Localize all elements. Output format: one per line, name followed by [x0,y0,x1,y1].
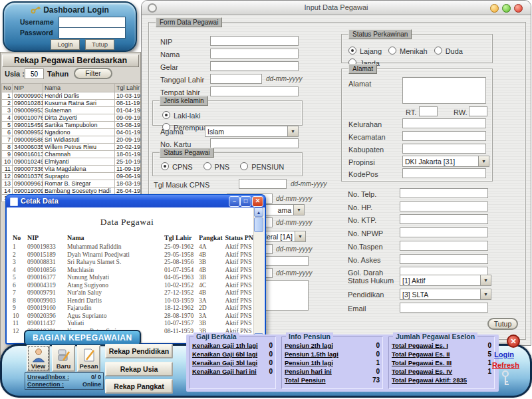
stat-item[interactable]: Kenaikan Gaji hari ini0 [192,367,273,376]
table-row[interactable]: 1090009903Hendri Darlis10-03-1959 [2,92,142,100]
stat-item[interactable]: Pensiun 2th lagi0 [285,341,380,350]
table-row[interactable]: 5090015459Sartika Tampubolon03-08-1959 [2,122,142,129]
table-row[interactable]: 2090010281Kusuma Ratna Sari08-11-1959 [2,100,142,107]
kelurahan-input[interactable] [402,118,486,128]
minimize-icon[interactable]: – [229,196,240,207]
view-button[interactable]: View [27,345,50,372]
rw-input[interactable] [469,106,487,116]
alamat-input[interactable] [402,77,486,104]
table-row[interactable]: 7090009588Sri Widiastuti20-09-1959 [2,136,142,144]
table-row[interactable]: 10090010249Elmiyanti25-10-1959 [2,158,142,166]
col-no[interactable]: No [2,84,13,92]
status-hukum-select[interactable]: [1] Aktif ▼ [400,275,491,286]
col-nama[interactable]: Nama [43,84,115,92]
stat-item[interactable]: Kenaikan Gaji 1th lagi0 [192,341,273,350]
scroll-thumb[interactable] [254,217,263,232]
col-tgl-lahir[interactable]: Tgl Lahir [115,84,142,92]
tgl-masuk-cpns-input[interactable] [239,179,287,189]
chevron-down-icon[interactable]: ▼ [478,156,489,166]
stat-item[interactable]: Pensiun 1th lagi1 [285,358,380,367]
usia-input[interactable] [25,68,44,79]
col-nip[interactable]: NIP [13,84,43,92]
agama-select[interactable]: Islam ▼ [205,126,299,137]
scrollbar[interactable]: ▲ ▼ [253,207,264,342]
maximize-button[interactable] [502,4,511,13]
chevron-down-icon[interactable]: ▼ [293,205,304,215]
stat-item[interactable]: Total Pegawai Es. II5 [392,350,491,358]
table-row[interactable]: 7090009791Nur'ain Saluy27-12-19524BAktif… [11,289,259,297]
chevron-down-icon[interactable]: ▼ [295,231,305,241]
close-button[interactable] [514,4,523,13]
tanggal-lahir-input[interactable] [210,74,262,84]
minimize-button[interactable] [490,4,499,13]
tempat-lahir-input[interactable] [210,86,299,96]
radio-menikah[interactable]: Menikah [388,45,428,57]
cetak-titlebar[interactable]: Cetak Data – □ ✕ [6,195,265,207]
chevron-down-icon[interactable]: ▼ [480,289,491,299]
radio-pensiun[interactable]: PENSIUN [240,160,284,172]
table-row[interactable]: 1090019833Muhammad Rafiddin25-09-19624AA… [11,243,259,251]
password-input[interactable] [59,27,126,39]
kodepos-input[interactable] [402,168,486,178]
gelar-input[interactable] [210,61,299,71]
rt-input[interactable] [419,106,438,116]
exit-icon[interactable]: ✕ [507,334,520,348]
radio-duda[interactable]: Duda [434,45,463,57]
no-telp-input[interactable] [400,188,488,198]
scroll-up-icon[interactable]: ▲ [254,207,263,217]
table-row[interactable]: 11090011437Yuliati10-07-19573BAktif PNS [11,320,259,328]
no-npwp-input[interactable] [400,227,488,237]
table-row[interactable]: 6090004319Atang Sugiyono10-02-19524CAkti… [11,282,259,290]
stat-item[interactable]: Pensiun 1.5th lagi0 [285,350,380,358]
table-row[interactable]: 5090016377Nunung Mulyati04-05-19633BAkti… [11,274,259,282]
kabupaten-input[interactable] [402,144,486,154]
table-row[interactable]: 11090007336Vita Magdalena11-09-1959 [2,166,142,173]
radio-pns[interactable]: PNS [203,160,230,172]
table-row[interactable]: 2090015189Dyah Winarni Poedjwati29-05-19… [11,251,259,259]
username-input[interactable] [59,17,126,28]
stat-item[interactable]: Total Pegawai Aktif: 2835 [392,376,491,384]
login-tutup-button[interactable]: Tutup [85,39,114,50]
table-row[interactable]: 14090019009Bambang Soesetyo Hadi26-04-19… [2,188,142,195]
table-row[interactable]: 8090009903Hendri Darlis10-03-19593AAktif… [11,297,259,305]
window-titlebar[interactable]: Input Data Pegawai [142,1,531,15]
stat-item[interactable]: Total Pegawai Es. III1 [392,358,491,367]
chevron-down-icon[interactable]: ▼ [480,275,491,285]
close-icon[interactable]: ✕ [252,196,263,207]
stat-item[interactable]: Total Pensiun73 [285,376,380,384]
pendidikan-select[interactable]: [3] SLTA ▼ [400,289,491,300]
rekap-pendidikan-button[interactable]: Rekap Pendidikan [105,344,173,358]
radio-cpns[interactable]: CPNS [161,160,193,172]
stat-item[interactable]: Total Pegawai Es. I0 [392,341,491,350]
email-input[interactable] [400,303,488,313]
rekap-pangkat-button[interactable]: Rekap Pangkat [105,379,173,394]
no-hp-input[interactable] [400,201,488,211]
pesan-button[interactable]: Pesan [77,345,100,372]
login-button[interactable]: Login [51,39,80,50]
table-row[interactable]: 8340006035Willem Petrus Riwu20-02-1959 [2,144,142,151]
table-row[interactable]: 4090010856Muchlasin01-07-19544BAktif PNS [11,267,259,275]
filter-button[interactable]: Filter [74,68,112,79]
table-row[interactable]: 3090008831Sri Rahayu Slamet S.25-08-1956… [11,259,259,267]
table-row[interactable]: 9090016013Chamnah18-01-1959 [2,151,142,158]
stat-item[interactable]: Kenaikan Gaji 3bl lagi0 [192,358,273,367]
table-row[interactable]: 10090020396Agus Suprianto28-08-19703AAkt… [11,313,259,321]
propinsi-select[interactable]: DKI Jakarta [31] ▼ [402,156,489,167]
refresh-link[interactable]: Refresh [492,361,519,369]
radio-laki-laki[interactable]: Laki-laki [162,109,200,121]
table-row[interactable]: 3090009953Sulaeman01-04-1959 [2,107,142,114]
tutup-button[interactable]: Tutup [487,318,518,330]
table-row[interactable]: 12090010376Suprapto09-06-1959 [2,173,142,180]
stat-item[interactable]: Kenaikan Gaji 6bl lagi0 [192,350,273,358]
maximize-icon[interactable]: □ [240,196,251,207]
table-row[interactable]: 4090010076Dirta Zuyerti09-09-1959 [2,114,142,122]
no-taspen-input[interactable] [400,241,488,251]
no-ktp-input[interactable] [400,214,488,224]
stat-item[interactable]: Pensiun hari ini0 [285,367,380,376]
chevron-down-icon[interactable]: ▼ [287,126,298,136]
no-askes-input[interactable] [400,254,488,264]
baru-button[interactable]: Baru [52,345,75,372]
no-kartu-input[interactable] [210,138,299,148]
login-link[interactable]: Login [494,350,514,358]
rekap-usia-button[interactable]: Rekap Usia [105,362,173,376]
